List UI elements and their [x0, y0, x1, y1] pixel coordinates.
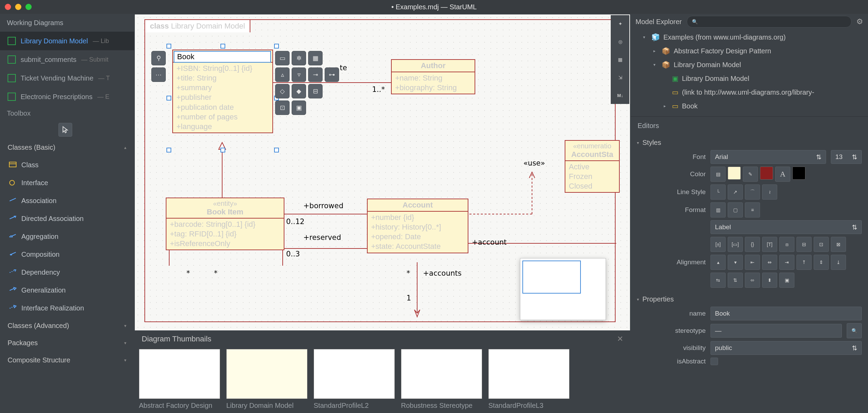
align-top[interactable]: ⤒: [796, 255, 812, 270]
diagram-item-library[interactable]: Library Domain Model — Lib: [0, 32, 134, 50]
align-center[interactable]: ⇔: [762, 255, 777, 270]
close-button[interactable]: [5, 4, 11, 10]
add-attribute-button[interactable]: ▭: [275, 51, 290, 65]
same-size[interactable]: ▣: [779, 273, 794, 288]
font-size-select[interactable]: 13⇅: [831, 150, 862, 164]
tool-class[interactable]: Class: [0, 156, 134, 174]
section-packages[interactable]: Packages▾: [0, 334, 134, 351]
tree-node-abstract[interactable]: ▸📦Abstract Factory Design Pattern: [634, 44, 865, 58]
sub-button-7[interactable]: ⊟: [308, 84, 323, 98]
search-stereotype-button[interactable]: 🔍: [847, 323, 862, 338]
fill-picker-icon[interactable]: ▤: [710, 167, 726, 182]
tool-directed-association[interactable]: Directed Association: [0, 210, 134, 227]
prop-stereo-input[interactable]: —: [710, 324, 842, 338]
section-classes-basic[interactable]: Classes (Basic)▴: [0, 139, 134, 156]
fill-swatch[interactable]: [728, 167, 741, 180]
linestyle-curve[interactable]: ≀: [762, 184, 777, 200]
align-right[interactable]: ⇥: [779, 255, 794, 270]
align-bottom[interactable]: ⤓: [831, 255, 846, 270]
show-type[interactable]: {}: [745, 237, 760, 252]
tree-node-link[interactable]: ▭(link to http://www.uml-diagrams.org/li…: [634, 85, 865, 99]
section-composite[interactable]: Composite Structure▾: [0, 351, 134, 369]
send-back[interactable]: ▾: [728, 255, 743, 270]
properties-section[interactable]: Properties: [637, 293, 862, 305]
section-classes-advanced[interactable]: Classes (Advanced)▾: [0, 317, 134, 334]
tree-node-book[interactable]: ▸▭Book: [634, 99, 865, 113]
font-family-select[interactable]: Arial⇅: [710, 150, 826, 164]
sub-button-4[interactable]: ⊶: [325, 67, 339, 82]
tree-node-diagram[interactable]: ▣Library Domain Model: [634, 72, 865, 85]
tool-interface[interactable]: Interface: [0, 174, 134, 192]
sub-button-8[interactable]: ⊡: [275, 100, 290, 115]
uml-class-author[interactable]: Author +name: String +biography: String: [391, 59, 475, 94]
thumb-1[interactable]: Library Domain Model: [226, 349, 307, 410]
is-abstract-checkbox[interactable]: [710, 358, 718, 365]
gear-icon[interactable]: ⚙: [856, 17, 863, 26]
more-button[interactable]: ⋯: [151, 67, 166, 82]
diagram-canvas[interactable]: class Library Domain Model Book +ISBN: S…: [135, 14, 630, 330]
show-visibility[interactable]: [±]: [710, 237, 726, 252]
diagram-item-submit[interactable]: submit_comments — Submit: [0, 50, 134, 69]
line-picker-icon[interactable]: ✎: [743, 167, 758, 182]
suppress-attrs[interactable]: ⊟: [796, 237, 812, 252]
close-icon[interactable]: ✕: [617, 335, 623, 343]
tool-dependency[interactable]: Dependency: [0, 263, 134, 281]
sub-button-2[interactable]: ▿: [292, 67, 306, 82]
tool-composition[interactable]: Composition: [0, 245, 134, 263]
diagram-item-prescriptions[interactable]: Electronic Prescriptions — E: [0, 87, 134, 106]
uml-class-bookitem[interactable]: «entity» Book Item +barcode: String[0..1…: [166, 198, 284, 250]
markdown-icon[interactable]: M↓: [615, 89, 626, 101]
thumb-3[interactable]: Robustness Stereotype: [401, 349, 482, 410]
same-width[interactable]: ⬄: [745, 273, 760, 288]
add-operation-button[interactable]: ▦: [308, 51, 323, 65]
tool-generalization[interactable]: Generalization: [0, 281, 134, 299]
dist-h[interactable]: ⇆: [710, 273, 726, 288]
uml-class-account[interactable]: Account +number {id} +history: History[0…: [367, 199, 468, 253]
tool-association[interactable]: Association: [0, 192, 134, 210]
dist-v[interactable]: ⇅: [728, 273, 743, 288]
sub-button-6[interactable]: ◆: [292, 84, 306, 98]
align-left[interactable]: ⇤: [745, 255, 760, 270]
sub-button-9[interactable]: ▣: [292, 100, 306, 115]
suppress-recs[interactable]: ⊠: [831, 237, 846, 252]
suppress-ops[interactable]: ⊡: [814, 237, 829, 252]
thumb-2[interactable]: StandardProfileL2: [314, 349, 395, 410]
format-btn-1[interactable]: ▥: [710, 202, 726, 218]
settings-button[interactable]: ✲: [292, 51, 306, 65]
sub-button-5[interactable]: ◇: [275, 84, 290, 98]
thumb-4[interactable]: StandardProfileL3: [488, 349, 569, 410]
show-namespace[interactable]: [▭]: [728, 237, 743, 252]
target-icon[interactable]: ◎: [615, 36, 626, 47]
linestyle-round[interactable]: ⌒: [745, 184, 760, 200]
same-height[interactable]: ⬍: [762, 273, 777, 288]
share-icon[interactable]: ⇲: [615, 72, 626, 83]
sub-button-3[interactable]: ⊸: [308, 67, 323, 82]
linestyle-rect[interactable]: └: [710, 184, 726, 200]
visibility-button[interactable]: ⚲: [151, 51, 166, 65]
format-btn-3[interactable]: ≡: [745, 202, 760, 218]
stereotype-display-select[interactable]: Label⇅: [710, 220, 862, 234]
class-name-editor[interactable]: [174, 51, 271, 63]
prop-name-input[interactable]: Book: [710, 307, 862, 320]
maximize-button[interactable]: [25, 4, 32, 10]
show-multiplicity[interactable]: [T]: [762, 237, 777, 252]
minimap[interactable]: [520, 258, 606, 320]
extensions-icon[interactable]: ✦: [615, 18, 626, 30]
grid-icon[interactable]: ▦: [615, 54, 626, 65]
line-swatch[interactable]: [760, 167, 773, 180]
thumb-0[interactable]: Abstract Factory Design: [139, 349, 220, 410]
styles-section[interactable]: Styles: [637, 137, 862, 149]
diagram-item-ticket[interactable]: Ticket Vending Machine — T: [0, 69, 134, 87]
tool-aggregation[interactable]: Aggregation: [0, 227, 134, 245]
uml-enum-accountstate[interactable]: «enumeratio AccountSta Active Frozen Clo…: [565, 140, 620, 193]
tool-interface-realization[interactable]: Interface Realization: [0, 299, 134, 317]
bring-front[interactable]: ▴: [710, 255, 726, 270]
explorer-search[interactable]: 🔍: [687, 16, 851, 28]
format-btn-2[interactable]: ▢: [728, 202, 743, 218]
linestyle-oblique[interactable]: ↗: [728, 184, 743, 200]
minimize-button[interactable]: [15, 4, 21, 10]
text-color-icon[interactable]: A: [775, 167, 790, 182]
sub-button-1[interactable]: ▵: [275, 67, 290, 82]
prop-visibility-select[interactable]: public⇅: [710, 341, 862, 355]
tree-root[interactable]: ▾🧊Examples (from www.uml-diagrams.org): [634, 30, 865, 44]
